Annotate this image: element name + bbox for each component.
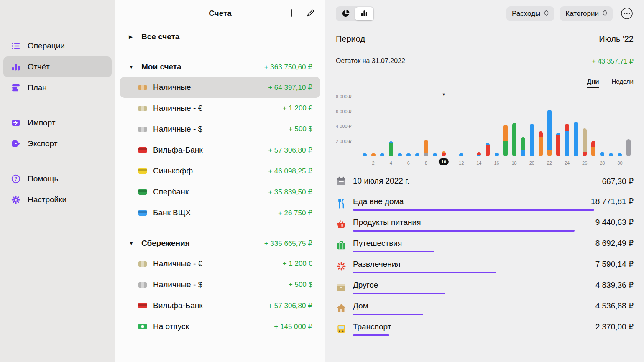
- chart-bar-day-2[interactable]: [371, 153, 376, 156]
- chart-bar-day-28[interactable]: [600, 152, 604, 156]
- chart-bar-day-10[interactable]: [442, 151, 446, 156]
- chart-xtick[interactable]: 28: [600, 161, 605, 166]
- chart-bar-day-12[interactable]: [459, 153, 463, 156]
- category-row[interactable]: Путешествия8 692,49 ₽: [336, 235, 634, 256]
- account-row[interactable]: На отпуск+ 145 000 ₽: [120, 316, 320, 337]
- chart-bar-day-15[interactable]: [486, 143, 490, 156]
- categories-dropdown[interactable]: Категории: [560, 6, 613, 21]
- chart-ytick-label: 2 000 ₽: [336, 139, 352, 144]
- chart-bar-day-8[interactable]: [424, 140, 428, 156]
- account-amount: + 35 839,50 ₽: [268, 188, 312, 196]
- account-row[interactable]: Вильфа-Банк+ 57 306,80 ₽: [120, 295, 320, 316]
- chart-xtick[interactable]: 12: [459, 161, 464, 166]
- chart-granularity-tabs: Дни Недели: [336, 78, 634, 88]
- chart-bar-day-3[interactable]: [380, 153, 384, 156]
- chart-bar-day-14[interactable]: [477, 152, 481, 156]
- chart-bar-day-17[interactable]: [503, 125, 508, 156]
- selected-day-row: 10 июля 2022 г. 667,30 ₽: [336, 169, 634, 193]
- chart-bar-day-22[interactable]: [547, 110, 552, 156]
- account-row[interactable]: Наличные - €+ 1 200 €: [120, 253, 320, 274]
- chart-bar-day-9[interactable]: [433, 153, 437, 156]
- bar-chart-toggle[interactable]: [355, 7, 373, 20]
- sidebar-item-help[interactable]: ?Помощь: [3, 168, 112, 189]
- account-group-header[interactable]: ▶Все счета: [115, 27, 325, 47]
- chart-bar-day-5[interactable]: [398, 153, 402, 156]
- chart-bar-day-23[interactable]: [556, 133, 560, 156]
- chart-xtick[interactable]: 14: [476, 161, 481, 166]
- food-out-icon: [336, 198, 347, 209]
- chart-bar-day-25[interactable]: [574, 122, 578, 156]
- chart-bar-day-16[interactable]: [495, 153, 499, 156]
- category-row[interactable]: Другое4 839,36 ₽: [336, 277, 634, 298]
- chart-xtick[interactable]: 6: [407, 161, 410, 166]
- account-row[interactable]: Наличные - $+ 500 $: [120, 119, 320, 140]
- account-row[interactable]: Банк ВЩХ+ 26 750 ₽: [120, 202, 320, 223]
- sidebar-item-plan[interactable]: План: [3, 77, 112, 98]
- account-group-header[interactable]: ▼Сбережения+ 335 665,75 ₽: [115, 233, 325, 253]
- period-value[interactable]: Июль '22: [599, 34, 634, 44]
- account-group-header[interactable]: ▼Мои счета+ 363 750,60 ₽: [115, 57, 325, 77]
- category-row[interactable]: Развлечения7 590,14 ₽: [336, 256, 634, 277]
- chart-xtick[interactable]: 20: [529, 161, 534, 166]
- category-row[interactable]: Еда вне дома18 771,81 ₽: [336, 193, 634, 214]
- account-row[interactable]: Наличные - €+ 1 200 €: [120, 98, 320, 119]
- expenses-bar-chart[interactable]: 2 000 ₽4 000 ₽6 000 ₽8 000 ₽▼: [336, 97, 634, 156]
- chart-bar-day-24[interactable]: [565, 124, 569, 156]
- chart-bar-day-6[interactable]: [406, 153, 411, 156]
- chart-xtick[interactable]: 4: [390, 161, 392, 166]
- chart-bar-day-18[interactable]: [512, 123, 516, 156]
- add-account-button[interactable]: [286, 8, 297, 19]
- selected-day-marker-icon: ▼: [442, 92, 446, 97]
- chart-bar-day-19[interactable]: [521, 137, 525, 156]
- chart-bar-day-7[interactable]: [415, 153, 419, 156]
- chart-xtick[interactable]: 22: [547, 161, 552, 166]
- sidebar-item-import[interactable]: Импорт: [3, 112, 112, 133]
- sidebar-item-report[interactable]: Отчёт: [3, 56, 112, 77]
- sidebar-item-settings[interactable]: Настройки: [3, 189, 112, 210]
- category-amount: 8 692,49 ₽: [595, 238, 634, 248]
- category-row[interactable]: Дом4 536,68 ₽: [336, 298, 634, 319]
- chart-bar-day-29[interactable]: [609, 153, 613, 156]
- balance-row: Остаток на 31.07.2022 + 43 357,71 ₽: [336, 51, 634, 71]
- chart-bar-segment: [477, 155, 481, 156]
- chart-bar-day-27[interactable]: [591, 141, 595, 156]
- chart-bar-day-1[interactable]: [363, 153, 367, 156]
- chart-bar-day-30[interactable]: [618, 153, 622, 156]
- chart-bar-day-31[interactable]: [626, 139, 631, 156]
- more-options-button[interactable]: [620, 7, 634, 20]
- chart-xtick[interactable]: 30: [617, 161, 622, 166]
- account-row[interactable]: Наличные+ 64 397,10 ₽: [120, 77, 320, 98]
- account-name: Вильфа-Банк: [153, 145, 203, 155]
- chart-bar-segment: [398, 153, 402, 156]
- chart-xtick-selected[interactable]: 10: [439, 158, 449, 165]
- sidebar-item-operations[interactable]: Операции: [3, 36, 112, 56]
- pie-chart-toggle[interactable]: [337, 7, 355, 20]
- sidebar-item-export[interactable]: Экспорт: [3, 133, 112, 154]
- chart-xtick[interactable]: 16: [494, 161, 499, 166]
- chart-bar-segment: [521, 150, 525, 156]
- chart-xtick[interactable]: 8: [425, 161, 427, 166]
- category-row[interactable]: Продукты питания9 440,63 ₽: [336, 214, 634, 235]
- report-panel: Расходы Категории: [325, 0, 644, 362]
- account-row[interactable]: Вильфа-Банк+ 57 306,80 ₽: [120, 140, 320, 161]
- chart-bar-day-20[interactable]: [530, 124, 534, 156]
- chart-xtick[interactable]: 2: [372, 161, 375, 166]
- account-row[interactable]: Спербанк+ 35 839,50 ₽: [120, 181, 320, 202]
- chart-bar-segment: [547, 110, 552, 150]
- edit-accounts-button[interactable]: [305, 8, 317, 19]
- chart-bar-day-4[interactable]: [389, 141, 393, 156]
- tab-weeks[interactable]: Недели: [611, 78, 634, 88]
- chart-bar-day-21[interactable]: [539, 131, 543, 156]
- account-row[interactable]: Синькофф+ 46 098,25 ₽: [120, 161, 320, 181]
- category-amount: 7 590,14 ₽: [595, 259, 634, 269]
- account-amount: + 1 200 €: [283, 104, 312, 112]
- tab-days[interactable]: Дни: [587, 78, 599, 88]
- chart-xtick[interactable]: 18: [512, 161, 517, 166]
- account-row[interactable]: Наличные - $+ 500 $: [120, 274, 320, 295]
- chart-xtick[interactable]: 24: [565, 161, 570, 166]
- chart-xtick[interactable]: 26: [582, 161, 587, 166]
- expenses-dropdown[interactable]: Расходы: [506, 6, 554, 21]
- chart-bar-day-26[interactable]: [583, 128, 587, 156]
- category-row[interactable]: Транспорт2 370,00 ₽: [336, 319, 634, 339]
- selected-day-amount: 667,30 ₽: [602, 176, 634, 186]
